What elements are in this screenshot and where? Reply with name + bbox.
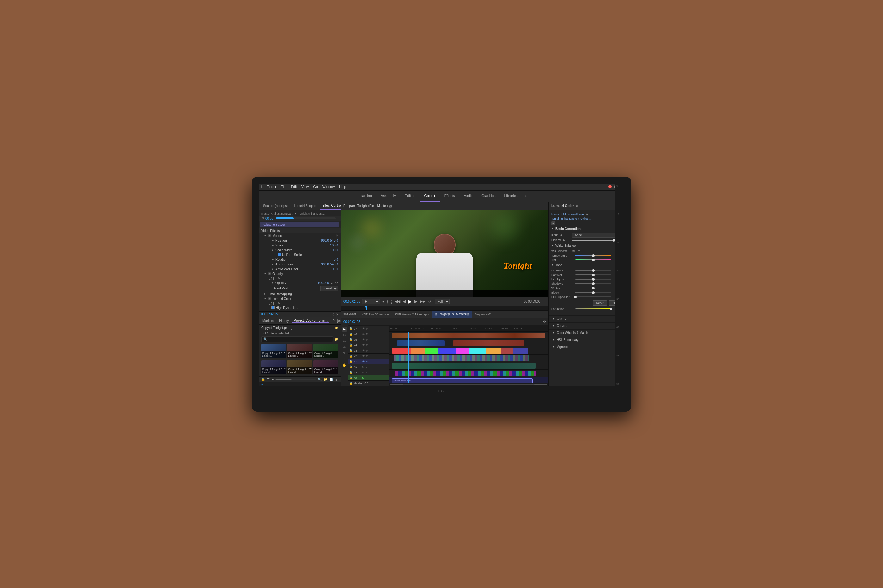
rp-temp-thumb[interactable]: [592, 254, 594, 257]
pm-btn-play[interactable]: ▶: [408, 298, 412, 304]
tl-tool-pen[interactable]: ✎: [342, 351, 347, 356]
rp-hl-thumb[interactable]: [592, 278, 594, 280]
tl-lock-v3[interactable]: 🔒: [349, 349, 353, 352]
tl-clips-v2[interactable]: [395, 370, 536, 376]
tl-clips-v5[interactable]: [392, 348, 544, 354]
pm-btn-settings[interactable]: +: [544, 299, 546, 304]
rp-wbs-eyedrop[interactable]: 👁: [572, 249, 575, 253]
ec-blendmode-item[interactable]: Blend Mode Normal: [266, 285, 341, 292]
tl-eye-v5[interactable]: 👁: [362, 338, 365, 341]
tl-scroll-right-handle[interactable]: [534, 384, 547, 386]
ec-antiflicker-item[interactable]: ► Anti-flicker Filter 0.00: [266, 267, 341, 272]
pm-btn-mark-out[interactable]: }: [390, 298, 393, 304]
ec-motion-item[interactable]: ▼ fx Motion ↻: [259, 234, 341, 238]
rp-con-slider[interactable]: [575, 274, 611, 275]
tl-track-v7[interactable]: [389, 332, 548, 339]
ec-lumetricolor-item[interactable]: ▼ fx Lumetri Color: [259, 296, 341, 301]
tl-scroll-bar[interactable]: [389, 382, 548, 386]
rp-tint-thumb[interactable]: [592, 259, 594, 261]
tl-tab-tonight[interactable]: ▧ Tonight (Final Master) ▧: [432, 311, 472, 318]
tab-assembly[interactable]: Assembly: [376, 190, 400, 202]
tl-tool-cut[interactable]: ✂: [342, 333, 347, 338]
tl-lock-v7[interactable]: 🔒: [349, 327, 353, 330]
tl-eye-v2[interactable]: 👁: [362, 354, 365, 358]
ec-uniform-checkbox[interactable]: [278, 253, 281, 256]
tl-eye-v7[interactable]: 👁: [362, 327, 365, 330]
rp-hdrwhite-thumb[interactable]: [612, 239, 615, 242]
tl-timecode[interactable]: 00:00:02:05: [343, 320, 360, 324]
rp-reset-btn[interactable]: Reset: [593, 300, 607, 306]
media-thumb-3[interactable]: Copy of Tonight Linked... 1:22: [313, 344, 338, 358]
tl-tab-kor15[interactable]: KOR Version 2 15 sec.spot: [393, 311, 432, 318]
rp-hl-slider[interactable]: [575, 279, 611, 280]
blp-tab-project[interactable]: Project: Copy of Tonight: [292, 319, 329, 322]
tl-mute-v2[interactable]: M: [366, 354, 369, 358]
tl-btn-settings[interactable]: ⚙: [543, 320, 546, 324]
project-btn-lock[interactable]: 🔒: [261, 378, 265, 381]
ec-breadcrumb-master[interactable]: Master * Adjustment La...: [261, 212, 293, 215]
rp-sat-thumb[interactable]: [610, 308, 612, 310]
pm-quality-select[interactable]: Full 1/2 1/4: [435, 299, 450, 304]
tl-mute-v5[interactable]: M: [366, 338, 369, 341]
left-footer-btn1[interactable]: ◁: [332, 312, 334, 316]
tl-clip-v6a[interactable]: [397, 340, 445, 346]
pm-btn-add-marker[interactable]: ●: [382, 298, 385, 304]
blp-tab-kor[interactable]: Project: KOR Plus 15 secc: [331, 319, 341, 322]
tl-eye-v1[interactable]: 👁: [362, 360, 365, 363]
project-btn-search[interactable]: 🔍: [318, 378, 322, 381]
more-workspaces[interactable]: »: [522, 194, 529, 198]
tl-track-v4[interactable]: [389, 354, 548, 362]
rp-curves-header[interactable]: ► Curves ✓: [552, 323, 622, 328]
media-thumb-4[interactable]: Copy of Tonight Linked... 1:50: [261, 360, 286, 374]
ec-rotation-item[interactable]: ► Rotation 0.0: [266, 257, 341, 262]
ec-timeline[interactable]: [276, 218, 335, 219]
tl-track-v1[interactable]: Adjustment Layer: [389, 377, 548, 382]
ec-lumetri-toggle[interactable]: ▼: [264, 297, 266, 300]
ec-scalewidth-value[interactable]: 100.0: [330, 248, 338, 252]
rp-vignette-header[interactable]: ► Vignette ✓: [552, 344, 622, 350]
rp-hdrwhite-slider[interactable]: [572, 240, 615, 241]
tl-lock-v1[interactable]: 🔒: [349, 360, 353, 363]
ec-antiflicker-value[interactable]: 0.00: [332, 267, 338, 271]
ec-opacity-value-item[interactable]: ► Opacity 100.0 % ⏱ <>: [266, 280, 341, 285]
rp-inputlut-select[interactable]: None: [572, 232, 622, 238]
rp-hdrspec-slider[interactable]: [575, 296, 611, 297]
media-thumb-6[interactable]: Copy of Tonight Linked... 0:19: [313, 360, 338, 374]
tl-tool-text[interactable]: T: [342, 357, 347, 362]
rp-bl-thumb[interactable]: [592, 291, 594, 294]
tl-eye-v4[interactable]: 👁: [362, 344, 365, 346]
tl-solo-a2[interactable]: S: [366, 371, 367, 374]
ec-opacityv-value[interactable]: 100.0 %: [318, 281, 329, 285]
tab-learning[interactable]: Learning: [354, 190, 376, 202]
tl-lock-v6[interactable]: 🔒: [349, 333, 353, 336]
tab-effect-controls[interactable]: Effect Controls ▧: [320, 202, 341, 210]
pm-btn-mark-in[interactable]: {: [387, 298, 389, 304]
rp-shad-slider[interactable]: [575, 283, 611, 284]
rp-shad-thumb[interactable]: [592, 282, 594, 285]
tl-mute-v3[interactable]: M: [366, 349, 369, 352]
tl-tab-kor30[interactable]: KOR Plus 30 sec.spot: [359, 311, 393, 318]
rp-wb-header[interactable]: ▼ White Balance: [551, 244, 622, 248]
project-btn-list[interactable]: ☰: [267, 378, 270, 381]
rp-sat-slider[interactable]: [575, 308, 611, 309]
tl-mute-a1[interactable]: M: [362, 365, 365, 368]
rp-bc-tonight[interactable]: Tonight (Final Master) * Adjust...: [551, 217, 592, 220]
pm-scrubber[interactable]: [341, 306, 548, 310]
blp-tab-markers[interactable]: Markers: [260, 319, 276, 322]
tl-tab-seq[interactable]: Sequence 01: [472, 311, 494, 318]
window-menu[interactable]: Window: [322, 185, 335, 189]
tl-clip-v6b[interactable]: [453, 340, 525, 346]
search-input[interactable]: [261, 336, 333, 342]
project-slider[interactable]: [275, 378, 316, 380]
tl-mute-v6[interactable]: M: [366, 333, 369, 336]
rp-bc-master[interactable]: Master * Adjustment Layer: [551, 213, 585, 216]
ec-motion-toggle[interactable]: ▼: [264, 234, 266, 237]
ec-opacity-item[interactable]: ▼ fx Opacity: [259, 272, 341, 276]
tl-mute-v1[interactable]: M: [366, 360, 369, 363]
tl-master-vol[interactable]: 0.0: [365, 382, 369, 385]
tl-clip-v7[interactable]: [392, 333, 545, 338]
ec-position-values[interactable]: 960.0540.0: [321, 239, 338, 242]
tab-audio[interactable]: Audio: [459, 190, 477, 202]
tl-tool-slip[interactable]: ➜: [342, 345, 347, 350]
search-folder-btn[interactable]: 📁: [334, 338, 338, 341]
